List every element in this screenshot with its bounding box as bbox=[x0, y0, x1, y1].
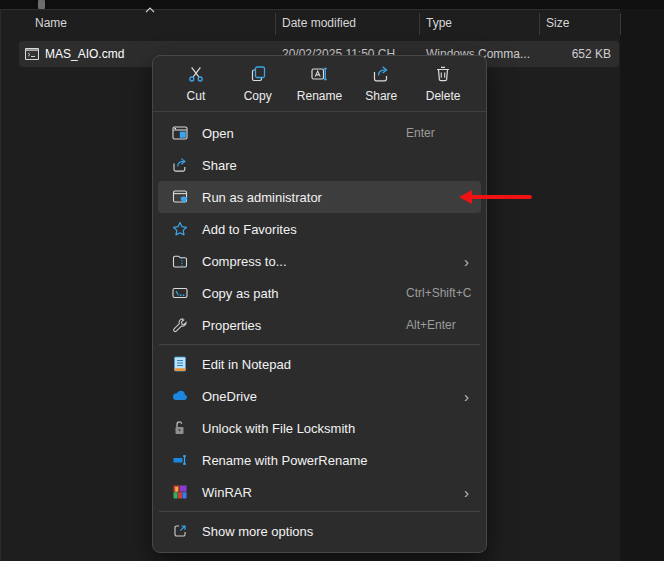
share-icon bbox=[171, 156, 189, 174]
menu-separator bbox=[159, 511, 480, 512]
notepad-icon bbox=[171, 355, 189, 373]
top-strip bbox=[0, 0, 664, 9]
menu-item-label: Show more options bbox=[202, 524, 313, 539]
context-menu: Cut Copy Rename bbox=[152, 55, 487, 553]
annotation-arrow bbox=[459, 190, 532, 204]
open-icon bbox=[171, 124, 189, 142]
menu-item-shortcut: Ctrl+Shift+C bbox=[406, 286, 471, 300]
quick-action-label: Share bbox=[365, 89, 397, 103]
menu-item-copy-as-path[interactable]: Copy as path Ctrl+Shift+C bbox=[158, 277, 481, 309]
menu-item-label: Edit in Notepad bbox=[202, 357, 291, 372]
delete-icon bbox=[433, 64, 453, 84]
quick-action-rename[interactable]: Rename bbox=[289, 60, 351, 108]
menu-item-label: Open bbox=[202, 126, 234, 141]
submenu-chevron-icon: › bbox=[464, 254, 469, 269]
submenu-chevron-icon: › bbox=[464, 389, 469, 404]
menu-item-compress-to[interactable]: Compress to... › bbox=[158, 245, 481, 277]
file-name: MAS_AIO.cmd bbox=[45, 47, 124, 61]
menu-item-label: Compress to... bbox=[202, 254, 287, 269]
quick-action-cut[interactable]: Cut bbox=[165, 60, 227, 108]
quick-action-label: Rename bbox=[297, 89, 342, 103]
menu-item-unlock-with-file-locksmith[interactable]: Unlock with File Locksmith bbox=[158, 412, 481, 444]
properties-icon bbox=[171, 316, 189, 334]
quick-action-label: Copy bbox=[244, 89, 272, 103]
menu-item-label: Unlock with File Locksmith bbox=[202, 421, 355, 436]
cmd-file-icon bbox=[24, 46, 40, 62]
cut-icon bbox=[186, 64, 206, 84]
menu-item-winrar[interactable]: WinRAR › bbox=[158, 476, 481, 508]
menu-item-shortcut: Enter bbox=[406, 126, 435, 140]
quick-actions-bar: Cut Copy Rename bbox=[153, 56, 486, 112]
quick-action-label: Delete bbox=[426, 89, 461, 103]
menu-item-label: Share bbox=[202, 158, 237, 173]
favorites-star-icon bbox=[171, 220, 189, 238]
menu-item-add-to-favorites[interactable]: Add to Favorites bbox=[158, 213, 481, 245]
menu-item-properties[interactable]: Properties Alt+Enter bbox=[158, 309, 481, 341]
column-header-size[interactable]: Size bbox=[546, 16, 569, 30]
copy-path-icon bbox=[171, 284, 189, 302]
column-divider[interactable] bbox=[419, 13, 420, 35]
share-icon bbox=[371, 64, 391, 84]
menu-item-run-as-administrator[interactable]: Run as administrator bbox=[158, 181, 481, 213]
sort-ascending-icon bbox=[145, 7, 155, 13]
locksmith-icon bbox=[171, 419, 189, 437]
menu-item-share[interactable]: Share bbox=[158, 149, 481, 181]
column-divider[interactable] bbox=[620, 13, 621, 35]
show-more-icon bbox=[171, 522, 189, 540]
run-admin-icon bbox=[171, 188, 189, 206]
menu-item-label: Properties bbox=[202, 318, 261, 333]
menu-item-onedrive[interactable]: OneDrive › bbox=[158, 380, 481, 412]
toolbar-remnant bbox=[38, 0, 45, 9]
menu-item-label: OneDrive bbox=[202, 389, 257, 404]
menu-item-label: Rename with PowerRename bbox=[202, 453, 367, 468]
quick-action-copy[interactable]: Copy bbox=[227, 60, 289, 108]
menu-item-label: Copy as path bbox=[202, 286, 279, 301]
rename-icon bbox=[309, 64, 329, 84]
column-divider[interactable] bbox=[539, 13, 540, 35]
menu-item-rename-with-powerrename[interactable]: Rename with PowerRename bbox=[158, 444, 481, 476]
menu-item-label: WinRAR bbox=[202, 485, 252, 500]
column-header-date-modified[interactable]: Date modified bbox=[282, 16, 356, 30]
column-header-name[interactable]: Name bbox=[35, 16, 67, 30]
menu-item-edit-in-notepad[interactable]: Edit in Notepad bbox=[158, 348, 481, 380]
submenu-chevron-icon: › bbox=[464, 485, 469, 500]
column-header-row: Name Date modified Type Size bbox=[1, 10, 620, 40]
onedrive-icon bbox=[171, 387, 189, 405]
quick-action-share[interactable]: Share bbox=[350, 60, 412, 108]
quick-action-label: Cut bbox=[187, 89, 206, 103]
column-divider[interactable] bbox=[275, 13, 276, 35]
menu-item-label: Run as administrator bbox=[202, 190, 322, 205]
powerrename-icon bbox=[171, 451, 189, 469]
quick-action-delete[interactable]: Delete bbox=[412, 60, 474, 108]
menu-item-label: Add to Favorites bbox=[202, 222, 297, 237]
column-header-type[interactable]: Type bbox=[426, 16, 452, 30]
menu-item-open[interactable]: Open Enter bbox=[158, 117, 481, 149]
menu-item-shortcut: Alt+Enter bbox=[406, 318, 456, 332]
menu-item-show-more-options[interactable]: Show more options bbox=[158, 515, 481, 547]
menu-items: Open Enter Share Run as admini bbox=[153, 112, 486, 552]
winrar-icon bbox=[171, 483, 189, 501]
menu-separator bbox=[159, 344, 480, 345]
compress-icon bbox=[171, 252, 189, 270]
copy-icon bbox=[248, 64, 268, 84]
arrow-shaft bbox=[470, 195, 532, 199]
file-size: 652 KB bbox=[572, 47, 611, 61]
